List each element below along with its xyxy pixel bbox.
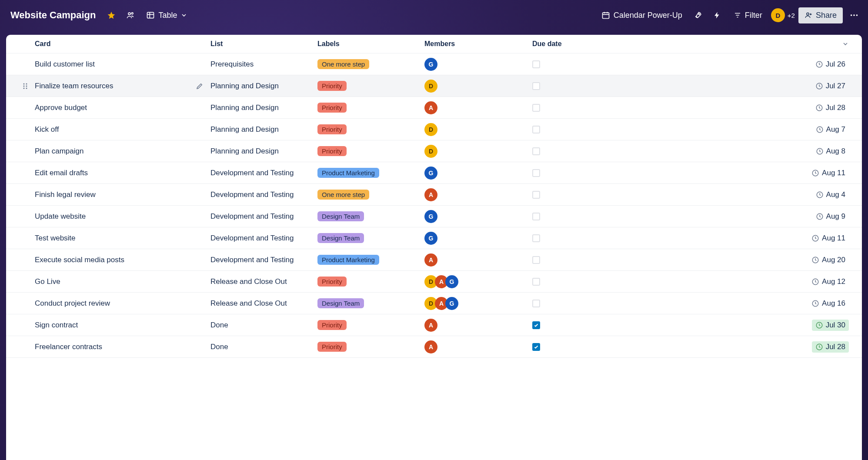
table-row[interactable]: Update websiteDevelopment and TestingDes…: [6, 206, 862, 227]
rocket-icon[interactable]: [690, 7, 706, 23]
avatar[interactable]: G: [445, 297, 458, 310]
label-pill[interactable]: Priority: [317, 124, 347, 134]
due-checkbox[interactable]: [532, 82, 540, 90]
card-name[interactable]: Edit email drafts: [6, 169, 210, 177]
label-pill[interactable]: One more step: [317, 59, 369, 69]
drag-handle-icon[interactable]: [23, 83, 28, 90]
label-pill[interactable]: Priority: [317, 103, 347, 113]
due-checkbox[interactable]: [532, 126, 540, 133]
label-pill[interactable]: Design Team: [317, 233, 364, 243]
avatar[interactable]: A: [424, 188, 437, 201]
share-button[interactable]: Share: [798, 7, 843, 23]
due-checkbox[interactable]: [532, 256, 540, 264]
due-date[interactable]: Jul 26: [812, 59, 849, 70]
card-name[interactable]: Sign contract: [6, 321, 210, 330]
avatar[interactable]: G: [445, 275, 458, 288]
avatar[interactable]: G: [424, 232, 437, 245]
column-header-members[interactable]: Members: [424, 40, 532, 48]
view-switcher[interactable]: Table: [142, 8, 192, 23]
calendar-powerup-button[interactable]: Calendar Power-Up: [597, 8, 687, 23]
filter-button[interactable]: Filter: [728, 8, 768, 23]
label-pill[interactable]: Product Marketing: [317, 168, 379, 178]
table-row[interactable]: Approve budgetPlanning and DesignPriorit…: [6, 97, 862, 119]
due-date[interactable]: Aug 11: [808, 167, 849, 179]
table-row[interactable]: Edit email draftsDevelopment and Testing…: [6, 162, 862, 184]
table-row[interactable]: Test websiteDevelopment and TestingDesig…: [6, 227, 862, 249]
table-row[interactable]: Execute social media postsDevelopment an…: [6, 249, 862, 271]
column-header-list[interactable]: List: [210, 40, 317, 48]
due-date[interactable]: Aug 7: [812, 124, 849, 135]
label-pill[interactable]: Priority: [317, 277, 347, 287]
card-name[interactable]: Approve budget: [6, 103, 210, 112]
due-checkbox[interactable]: [532, 147, 540, 155]
due-checkbox[interactable]: [532, 234, 540, 242]
table-row[interactable]: Finish legal reviewDevelopment and Testi…: [6, 184, 862, 206]
card-name[interactable]: Build customer list: [6, 60, 210, 69]
more-menu-icon[interactable]: [846, 7, 862, 23]
table-row[interactable]: Build customer listPrerequisitesOne more…: [6, 53, 862, 75]
avatar[interactable]: G: [424, 167, 437, 180]
due-date[interactable]: Jul 27: [812, 80, 849, 92]
due-checkbox[interactable]: [532, 169, 540, 177]
table-row[interactable]: Finalize team resourcesPlanning and Desi…: [6, 75, 862, 97]
due-checkbox[interactable]: [532, 191, 540, 199]
column-header-labels[interactable]: Labels: [317, 40, 424, 48]
due-date[interactable]: Jul 28: [812, 102, 849, 113]
board-title[interactable]: Website Campaign: [6, 7, 100, 23]
due-checkbox[interactable]: [532, 104, 540, 112]
due-date[interactable]: Aug 12: [808, 276, 849, 287]
card-name[interactable]: Plan campaign: [6, 147, 210, 156]
due-date[interactable]: Jul 28: [812, 341, 849, 353]
card-name[interactable]: Go Live: [6, 277, 210, 286]
avatar[interactable]: A: [424, 253, 437, 267]
card-name[interactable]: Kick off: [6, 125, 210, 134]
card-name[interactable]: Execute social media posts: [6, 256, 210, 264]
avatar[interactable]: G: [424, 210, 437, 223]
label-pill[interactable]: Priority: [317, 146, 347, 156]
column-header-card[interactable]: Card: [6, 40, 210, 48]
star-icon[interactable]: [103, 7, 119, 23]
card-name[interactable]: Finish legal review: [6, 190, 210, 199]
due-checkbox[interactable]: [532, 278, 540, 286]
due-date[interactable]: Aug 4: [812, 189, 849, 200]
avatar[interactable]: A: [424, 319, 437, 332]
table-row[interactable]: Plan campaignPlanning and DesignPriority…: [6, 140, 862, 162]
due-checkbox[interactable]: [532, 213, 540, 220]
due-date[interactable]: Aug 8: [812, 146, 849, 157]
due-checkbox[interactable]: [532, 321, 540, 329]
avatar[interactable]: A: [424, 340, 437, 353]
due-date[interactable]: Aug 16: [808, 298, 849, 309]
due-checkbox[interactable]: [532, 343, 540, 351]
automation-icon[interactable]: [709, 7, 725, 23]
label-pill[interactable]: One more step: [317, 190, 369, 200]
chevron-down-icon[interactable]: [842, 40, 849, 47]
label-pill[interactable]: Product Marketing: [317, 255, 379, 265]
label-pill[interactable]: Design Team: [317, 211, 364, 221]
avatar[interactable]: A: [424, 101, 437, 114]
table-row[interactable]: Sign contractDonePriorityAJul 30: [6, 314, 862, 336]
workspace-visibility-icon[interactable]: [123, 7, 138, 23]
due-date[interactable]: Aug 20: [808, 254, 849, 266]
edit-icon[interactable]: [196, 82, 204, 90]
due-checkbox[interactable]: [532, 60, 540, 68]
due-date[interactable]: Aug 9: [812, 211, 849, 222]
card-name[interactable]: Update website: [6, 212, 210, 221]
avatar[interactable]: D: [771, 8, 785, 22]
label-pill[interactable]: Priority: [317, 342, 347, 352]
due-checkbox[interactable]: [532, 300, 540, 307]
table-row[interactable]: Kick offPlanning and DesignPriorityDAug …: [6, 119, 862, 140]
table-row[interactable]: Go LiveRelease and Close OutPriorityDAGA…: [6, 271, 862, 293]
card-name[interactable]: Test website: [6, 234, 210, 243]
avatar[interactable]: D: [424, 145, 437, 158]
due-date[interactable]: Aug 11: [808, 233, 849, 244]
avatar[interactable]: D: [424, 80, 437, 93]
card-name[interactable]: Conduct project review: [6, 299, 210, 308]
column-header-due[interactable]: Due date: [532, 40, 862, 48]
label-pill[interactable]: Priority: [317, 81, 347, 91]
card-name[interactable]: Freelancer contracts: [6, 343, 210, 351]
avatar[interactable]: G: [424, 58, 437, 71]
board-members[interactable]: D +2: [771, 8, 795, 22]
card-name[interactable]: Finalize team resources: [6, 82, 210, 90]
due-date[interactable]: Jul 30: [812, 320, 849, 331]
label-pill[interactable]: Priority: [317, 320, 347, 330]
